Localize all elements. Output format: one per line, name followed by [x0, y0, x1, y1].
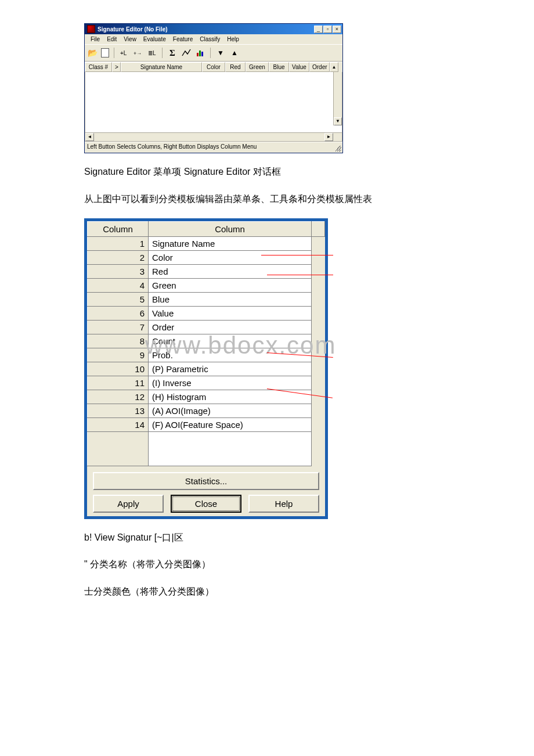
scroll-right-icon[interactable]: ►: [324, 133, 333, 141]
scrollbar-track[interactable]: [94, 133, 324, 141]
menu-view[interactable]: View: [120, 35, 140, 43]
minimize-button[interactable]: _: [314, 26, 323, 33]
row-name[interactable]: Red: [149, 264, 312, 278]
close-button[interactable]: ×: [333, 26, 341, 33]
col-red[interactable]: Red: [225, 62, 246, 72]
row-name[interactable]: Signature Name: [149, 236, 312, 250]
toolbar-divider: [162, 48, 163, 58]
titlebar[interactable]: Signature Editor (No File) _ ▫ ×: [85, 24, 342, 34]
annotation-line: [261, 255, 333, 255]
row-name[interactable]: (F) AOI(Feature Space): [149, 417, 312, 431]
row-number: 1: [88, 236, 149, 250]
toolbar-divider: [114, 48, 114, 58]
row-number: 11: [88, 376, 149, 390]
table-row[interactable]: 9Prob.: [88, 348, 325, 362]
row-number: 9: [88, 348, 149, 362]
menu-feature[interactable]: Feature: [169, 35, 196, 43]
table-row[interactable]: 5Blue: [88, 292, 325, 306]
menu-file[interactable]: File: [87, 35, 103, 43]
row-number: 14: [88, 417, 149, 431]
paragraph: " 分类名称（将带入分类图像）: [84, 556, 522, 573]
toolbar-divider: [210, 48, 211, 58]
statistics-icon[interactable]: Σ: [167, 48, 178, 58]
row-name[interactable]: Green: [149, 278, 312, 292]
table-row[interactable]: 7Order: [88, 320, 325, 334]
add-signature-icon[interactable]: +L: [119, 48, 129, 58]
maximize-button[interactable]: ▫: [323, 26, 332, 33]
table-row[interactable]: 2Color: [88, 250, 325, 264]
col-signature-name[interactable]: Signature Name: [121, 62, 202, 72]
menubar: File Edit View Evaluate Feature Classify…: [85, 34, 342, 44]
statistics-button[interactable]: Statistics...: [93, 472, 319, 490]
row-name[interactable]: (A) AOI(Image): [149, 404, 312, 417]
paragraph: 从上图中可以看到分类模板编辑器由菜单条、工具条和分类模板属性表: [84, 191, 522, 208]
header-column-number[interactable]: Column: [88, 221, 149, 236]
histogram-icon[interactable]: [195, 48, 205, 58]
signature-editor-window: Signature Editor (No File) _ ▫ × File Ed…: [84, 23, 343, 153]
merge-icon[interactable]: ≣L: [147, 48, 157, 58]
row-number: 13: [88, 404, 149, 417]
table-row[interactable]: 14(F) AOI(Feature Space): [88, 417, 325, 431]
row-name: [149, 431, 312, 466]
table-row[interactable]: 11(I) Inverse: [88, 376, 325, 390]
menu-evaluate[interactable]: Evaluate: [140, 35, 169, 43]
col-order[interactable]: Order: [309, 62, 330, 72]
mean-plot-icon[interactable]: [181, 48, 192, 58]
menu-help[interactable]: Help: [223, 35, 243, 43]
row-number: [88, 431, 149, 466]
table-row-empty: [88, 431, 325, 466]
row-number: 10: [88, 362, 149, 376]
arrow-down-icon[interactable]: ▼: [215, 48, 226, 58]
col-green[interactable]: Green: [246, 62, 269, 72]
col-class[interactable]: Class #: [85, 62, 112, 72]
toolbar: 📂 +L +→ ≣L Σ ▼ ▲: [85, 44, 342, 62]
row-name[interactable]: Count: [149, 334, 312, 348]
table-row[interactable]: 10(P) Parametric: [88, 362, 325, 376]
row-name[interactable]: Value: [149, 306, 312, 320]
new-icon[interactable]: [101, 48, 109, 57]
table-row[interactable]: 6Value: [88, 306, 325, 320]
grid-body[interactable]: ▼: [85, 72, 342, 133]
vertical-scrollbar[interactable]: [312, 236, 325, 466]
table-row[interactable]: 8Count: [88, 334, 325, 348]
row-number: 2: [88, 250, 149, 264]
table-row[interactable]: 1Signature Name: [88, 236, 325, 250]
col-value[interactable]: Value: [289, 62, 309, 72]
col-arrow[interactable]: >: [112, 62, 121, 72]
menu-edit[interactable]: Edit: [103, 35, 120, 43]
table-row[interactable]: 4Green: [88, 278, 325, 292]
row-name[interactable]: Blue: [149, 292, 312, 306]
table-row[interactable]: 3Red: [88, 264, 325, 278]
row-number: 7: [88, 320, 149, 334]
annotation-line: [267, 275, 333, 275]
scroll-up-icon[interactable]: ▲: [330, 62, 338, 72]
scroll-down-icon[interactable]: ▼: [334, 117, 342, 125]
close-button[interactable]: Close: [171, 495, 241, 513]
arrow-up-icon[interactable]: ▲: [229, 48, 240, 58]
row-name[interactable]: Order: [149, 320, 312, 334]
svg-rect-5: [201, 52, 203, 56]
menu-classify[interactable]: Classify: [196, 35, 223, 43]
open-icon[interactable]: 📂: [87, 48, 98, 58]
table-row[interactable]: 13(A) AOI(Image): [88, 404, 325, 417]
svg-rect-3: [197, 53, 199, 56]
help-button[interactable]: Help: [248, 495, 319, 513]
col-blue[interactable]: Blue: [269, 62, 289, 72]
scroll-left-icon[interactable]: ◄: [85, 133, 94, 141]
vertical-scrollbar[interactable]: ▼: [333, 72, 342, 125]
scrollbar-header: [312, 221, 325, 236]
row-name[interactable]: Color: [149, 250, 312, 264]
replace-signature-icon[interactable]: +→: [133, 48, 143, 58]
paragraph: Signature Editor 菜单项 Signature Editor 对话…: [84, 164, 522, 181]
row-name[interactable]: Prob.: [149, 348, 312, 362]
row-name[interactable]: (I) Inverse: [149, 376, 312, 390]
apply-button[interactable]: Apply: [93, 495, 164, 513]
paragraph: b! View Signatur [~口|区: [84, 530, 522, 546]
horizontal-scrollbar[interactable]: ◄ ►: [85, 133, 342, 142]
col-color[interactable]: Color: [202, 62, 225, 72]
header-column-name[interactable]: Column: [149, 221, 312, 236]
grid-header: Class # > Signature Name Color Red Green…: [85, 62, 342, 72]
row-name[interactable]: (P) Parametric: [149, 362, 312, 376]
row-number: 4: [88, 278, 149, 292]
row-number: 8: [88, 334, 149, 348]
